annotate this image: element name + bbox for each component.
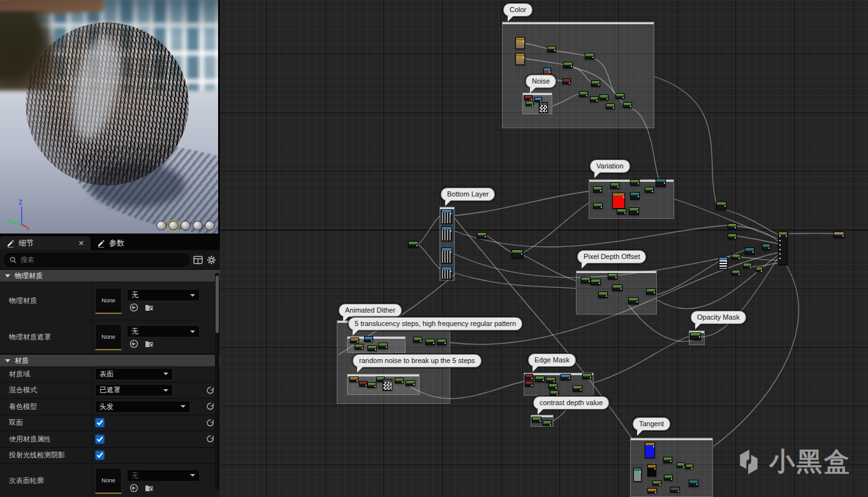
- property-checkbox[interactable]: [95, 434, 105, 444]
- graph-node-gold[interactable]: [349, 376, 358, 382]
- graph-node-green[interactable]: [630, 179, 640, 186]
- comment-label-contrast-depth-value[interactable]: contrast depth value: [533, 396, 609, 410]
- graph-node-blue[interactable]: [441, 248, 452, 263]
- graph-node-dark[interactable]: [670, 487, 680, 493]
- tab-parameters[interactable]: 参数: [91, 236, 131, 250]
- graph-node-blue[interactable]: [561, 374, 571, 380]
- browse-asset-icon[interactable]: [145, 339, 155, 348]
- graph-node-green[interactable]: [413, 337, 422, 343]
- graph-node-green[interactable]: [732, 254, 740, 259]
- graph-node-green[interactable]: [573, 385, 582, 392]
- browse-asset-icon[interactable]: [145, 484, 155, 493]
- graph-node-dark[interactable]: [383, 379, 392, 390]
- graph-node-gold[interactable]: [515, 37, 525, 49]
- asset-dropdown[interactable]: 无: [127, 289, 200, 301]
- comment-label-5-translucency-steps-high-frequency-regular-pattern[interactable]: 5 translucency steps, high frequency reg…: [348, 317, 522, 330]
- graph-node-green[interactable]: [728, 223, 737, 229]
- revert-to-default-icon[interactable]: [207, 435, 215, 443]
- graph-node-green[interactable]: [686, 464, 693, 469]
- graph-node-green[interactable]: [591, 80, 600, 87]
- graph-node-green[interactable]: [563, 62, 573, 68]
- graph-node-green[interactable]: [535, 376, 545, 382]
- graph-node-blue[interactable]: [441, 267, 452, 279]
- graph-node-green[interactable]: [612, 285, 622, 291]
- property-dropdown[interactable]: 已遮罩: [95, 384, 173, 396]
- comment-label-variation[interactable]: Variation: [590, 159, 630, 173]
- graph-node-green[interactable]: [378, 343, 388, 349]
- graph-node-green[interactable]: [732, 270, 740, 275]
- graph-node-green[interactable]: [716, 202, 726, 210]
- graph-node-red[interactable]: [359, 381, 367, 387]
- section-header-0[interactable]: 物理材质: [0, 269, 220, 281]
- graph-node-green[interactable]: [743, 263, 752, 268]
- preview-shape-plane[interactable]: [180, 221, 191, 230]
- asset-dropdown[interactable]: 无: [127, 325, 200, 338]
- graph-node-green[interactable]: [367, 382, 376, 388]
- graph-node-green[interactable]: [646, 288, 656, 295]
- graph-node-green[interactable]: [543, 420, 552, 426]
- graph-node-blue[interactable]: [534, 97, 542, 102]
- preview-shape-sphere[interactable]: [168, 221, 179, 230]
- graph-node-teal[interactable]: [762, 244, 770, 250]
- graph-node-green[interactable]: [652, 480, 661, 486]
- graph-node-green[interactable]: [664, 475, 673, 480]
- use-selected-asset-icon[interactable]: [129, 484, 138, 493]
- section-header-1[interactable]: 材质: [0, 354, 220, 366]
- use-selected-asset-icon[interactable]: [129, 303, 138, 312]
- asset-thumbnail[interactable]: None: [95, 324, 122, 350]
- comment-label-opacity-mask[interactable]: Opacity Mask: [691, 311, 746, 324]
- graph-node-green[interactable]: [437, 339, 446, 345]
- graph-node-green[interactable]: [395, 378, 404, 383]
- graph-node-green[interactable]: [408, 241, 418, 248]
- comment-label-noise[interactable]: Noise: [526, 75, 556, 88]
- graph-node-green[interactable]: [547, 46, 556, 52]
- comment-label-random-noise-to-break-up-the-5-steps[interactable]: random noise to break up the 5 steps: [353, 354, 482, 367]
- material-preview-viewport[interactable]: Z x: [0, 0, 218, 234]
- graph-node-green[interactable]: [582, 373, 592, 379]
- graph-node-green[interactable]: [610, 182, 619, 189]
- graph-node-green[interactable]: [477, 232, 487, 239]
- asset-dropdown[interactable]: 无: [127, 470, 200, 482]
- graph-node-green[interactable]: [623, 102, 632, 108]
- material-output-node[interactable]: [778, 232, 788, 265]
- graph-node-green[interactable]: [608, 273, 617, 279]
- property-checkbox[interactable]: [95, 450, 105, 460]
- graph-node-blue[interactable]: [441, 226, 452, 241]
- graph-node-gold[interactable]: [350, 338, 359, 343]
- graph-node-green[interactable]: [550, 390, 559, 396]
- graph-node-red[interactable]: [525, 381, 533, 387]
- graph-node-green[interactable]: [593, 203, 603, 209]
- graph-node-green[interactable]: [600, 94, 608, 100]
- graph-node-gold[interactable]: [647, 464, 656, 477]
- graph-node-green[interactable]: [615, 93, 624, 99]
- graph-node-green[interactable]: [593, 186, 602, 193]
- settings-gear-icon[interactable]: [207, 255, 216, 265]
- scrollbar-thumb[interactable]: [216, 276, 219, 333]
- graph-node-green[interactable]: [367, 345, 377, 351]
- graph-node-green[interactable]: [581, 277, 591, 283]
- graph-node-gold[interactable]: [515, 53, 525, 65]
- graph-node-green[interactable]: [645, 187, 654, 193]
- node-input-pins[interactable]: [779, 235, 781, 262]
- graph-node-green[interactable]: [355, 344, 364, 350]
- graph-node-red[interactable]: [563, 78, 571, 84]
- comment-label-animated-dither[interactable]: Animated Dither: [339, 304, 402, 317]
- property-checkbox[interactable]: [95, 418, 105, 427]
- preview-shape-cylinder[interactable]: [156, 221, 166, 230]
- display-filter-icon[interactable]: [193, 256, 203, 264]
- graph-node-green[interactable]: [590, 96, 598, 102]
- graph-node-teal[interactable]: [656, 179, 666, 187]
- comment-label-color[interactable]: Color: [503, 3, 533, 17]
- graph-node-teal[interactable]: [633, 468, 642, 482]
- comment-label-edge-mask[interactable]: Edge Mask: [528, 353, 576, 367]
- graph-node-green[interactable]: [425, 339, 435, 345]
- preview-shape-cube[interactable]: [193, 221, 203, 230]
- tab-close-icon[interactable]: ✕: [78, 239, 84, 248]
- comment-label-tangent[interactable]: Tangent: [633, 417, 670, 431]
- asset-thumbnail[interactable]: None: [95, 468, 122, 494]
- graph-node-green[interactable]: [677, 463, 685, 468]
- graph-node-green[interactable]: [617, 209, 626, 214]
- graph-node-green[interactable]: [591, 279, 601, 285]
- graph-node-gold[interactable]: [647, 488, 657, 493]
- graph-node-red[interactable]: [525, 374, 533, 380]
